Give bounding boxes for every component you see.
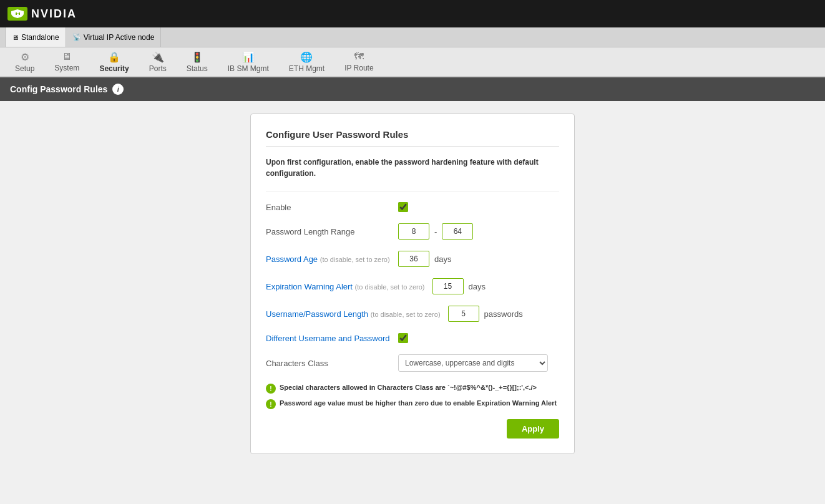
nav-item-ib-sm-mgmt[interactable]: 📊 IB SM Mgmt xyxy=(218,47,279,76)
status-icon: 🚦 xyxy=(191,51,203,63)
expiration-main-label: Expiration Warning Alert xyxy=(266,282,353,291)
enable-label: Enable xyxy=(266,203,391,212)
password-age-main-label: Password Age xyxy=(266,254,318,264)
expiration-row: Expiration Warning Alert (to disable, se… xyxy=(266,278,559,294)
username-password-row: Username/Password Length (to disable, se… xyxy=(266,306,559,322)
username-password-main-label: Username/Password Length xyxy=(266,309,368,319)
ports-icon: 🔌 xyxy=(152,51,164,63)
security-icon: 🔒 xyxy=(108,51,120,63)
expiration-label: Expiration Warning Alert (to disable, se… xyxy=(266,282,425,291)
nav-label-ip-route: IP Route xyxy=(344,64,373,72)
nvidia-shield-icon xyxy=(9,9,26,19)
nav-item-setup[interactable]: ⚙ Setup xyxy=(5,47,44,76)
expiration-hint: (to disable, set to zero) xyxy=(355,283,425,291)
tab-virtual-ip[interactable]: 📡 Virtual IP Active node xyxy=(66,27,162,47)
warnings-section: ! Special characters allowed in Characte… xyxy=(266,383,559,409)
password-age-row: Password Age (to disable, set to zero) d… xyxy=(266,251,559,267)
characters-class-row: Characters Class Lowercase, uppercase an… xyxy=(266,354,559,372)
different-checkbox[interactable] xyxy=(398,333,408,343)
nav-item-system[interactable]: 🖥 System xyxy=(44,47,89,76)
eth-icon: 🌐 xyxy=(300,51,313,63)
nav-label-status: Status xyxy=(187,64,208,73)
expiration-control: days xyxy=(432,278,486,294)
tab-standalone[interactable]: 🖥 Standalone xyxy=(5,27,66,47)
username-password-hint: (to disable, set to zero) xyxy=(371,311,441,318)
username-password-label: Username/Password Length (to disable, se… xyxy=(266,309,441,319)
warning-text-2: Password age value must be higher than z… xyxy=(280,399,557,408)
password-length-max-input[interactable] xyxy=(442,223,473,240)
range-separator: - xyxy=(434,227,437,236)
different-control xyxy=(398,333,408,343)
ip-route-icon: 🗺 xyxy=(354,51,364,62)
username-password-unit: passwords xyxy=(484,309,523,319)
characters-class-label: Characters Class xyxy=(266,359,391,368)
config-notice: Upon first configuration, enable the pas… xyxy=(266,157,559,179)
form-divider xyxy=(266,191,559,192)
standalone-icon: 🖥 xyxy=(12,34,19,41)
info-icon[interactable]: i xyxy=(112,84,124,95)
nav-label-ib-sm: IB SM Mgmt xyxy=(228,64,269,73)
warning-row-1: ! Special characters allowed in Characte… xyxy=(266,383,559,394)
nav-label-eth: ETH Mgmt xyxy=(289,64,325,73)
warning-icon-2: ! xyxy=(266,399,276,409)
nav-label-system: System xyxy=(54,64,79,72)
characters-class-select[interactable]: Lowercase, uppercase and digits Lowercas… xyxy=(398,354,548,372)
apply-row: Apply xyxy=(266,419,559,439)
nav-item-ip-route[interactable]: 🗺 IP Route xyxy=(334,47,383,76)
page-title: Config Password Rules xyxy=(10,84,107,94)
tab-virtual-ip-label: Virtual IP Active node xyxy=(84,33,155,42)
nav-label-ports: Ports xyxy=(149,64,167,73)
enable-control xyxy=(398,202,408,212)
password-age-hint: (to disable, set to zero) xyxy=(320,256,390,263)
expiration-input[interactable] xyxy=(432,278,464,294)
nav-label-setup: Setup xyxy=(15,64,34,73)
warning-icon-1: ! xyxy=(266,384,276,394)
password-age-control: days xyxy=(398,251,451,267)
system-icon: 🖥 xyxy=(62,51,72,62)
expiration-unit: days xyxy=(469,282,486,291)
nav-bar: ⚙ Setup 🖥 System 🔒 Security 🔌 Ports 🚦 St… xyxy=(0,47,825,77)
nvidia-logo-icon xyxy=(7,7,27,21)
page-title-bar: Config Password Rules i xyxy=(0,77,825,101)
main-content: Configure User Password Rules Upon first… xyxy=(0,101,825,503)
password-length-row: Password Length Range - xyxy=(266,223,559,240)
tab-standalone-label: Standalone xyxy=(21,33,59,42)
nav-item-status[interactable]: 🚦 Status xyxy=(177,47,218,76)
top-header: NVIDIA xyxy=(0,0,825,27)
setup-icon: ⚙ xyxy=(21,51,29,63)
warning-text-1: Special characters allowed in Characters… xyxy=(280,383,537,392)
ib-sm-icon: 📊 xyxy=(242,51,255,63)
config-panel: Configure User Password Rules Upon first… xyxy=(250,114,575,454)
password-age-unit: days xyxy=(434,254,451,264)
panel-title: Configure User Password Rules xyxy=(266,129,559,147)
password-age-label: Password Age (to disable, set to zero) xyxy=(266,254,391,264)
password-length-label: Password Length Range xyxy=(266,227,391,236)
nav-label-security: Security xyxy=(99,64,129,73)
different-main-label: Different Username and Password xyxy=(266,334,389,343)
username-password-control: passwords xyxy=(448,306,523,322)
different-row: Different Username and Password xyxy=(266,333,559,343)
username-password-input[interactable] xyxy=(448,306,479,322)
enable-checkbox[interactable] xyxy=(398,202,408,212)
password-age-input[interactable] xyxy=(398,251,429,267)
nav-item-security[interactable]: 🔒 Security xyxy=(89,47,139,76)
tab-bar: 🖥 Standalone 📡 Virtual IP Active node xyxy=(0,27,825,47)
nav-item-eth-mgmt[interactable]: 🌐 ETH Mgmt xyxy=(279,47,334,76)
warning-row-2: ! Password age value must be higher than… xyxy=(266,399,559,409)
characters-class-control: Lowercase, uppercase and digits Lowercas… xyxy=(398,354,548,372)
password-length-control: - xyxy=(398,223,473,240)
nvidia-brand-text: NVIDIA xyxy=(31,7,77,21)
nvidia-logo: NVIDIA xyxy=(7,7,77,21)
different-label: Different Username and Password xyxy=(266,334,391,343)
virtual-ip-icon: 📡 xyxy=(72,33,81,41)
apply-button[interactable]: Apply xyxy=(507,419,559,439)
enable-row: Enable xyxy=(266,202,559,212)
nav-item-ports[interactable]: 🔌 Ports xyxy=(139,47,177,76)
password-length-min-input[interactable] xyxy=(398,223,429,240)
